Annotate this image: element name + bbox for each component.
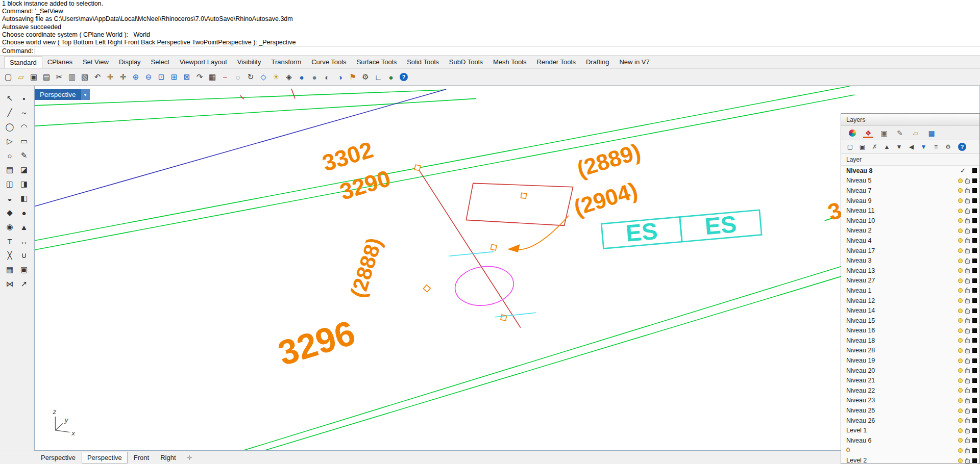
layer-lock-icon[interactable] <box>965 310 970 314</box>
layer-row[interactable]: Niveau 13 <box>841 266 979 276</box>
layer-color-swatch[interactable] <box>972 458 977 463</box>
layer-color-swatch[interactable] <box>972 259 977 263</box>
layer-color-swatch[interactable] <box>972 338 977 343</box>
layer-row[interactable]: Level 1 <box>841 425 979 435</box>
layer-visibility-bulb-icon[interactable] <box>958 178 963 183</box>
layer-lock-icon[interactable] <box>965 210 970 214</box>
layer-row[interactable]: Niveau 1 <box>841 286 979 296</box>
tools-icon[interactable]: ⚙ <box>944 143 952 151</box>
zoom-extents-icon[interactable]: ⊞ <box>168 71 180 83</box>
menu-tab-cplanes[interactable]: CPlanes <box>42 56 78 68</box>
layer-visibility-bulb-icon[interactable] <box>958 268 963 273</box>
pan-icon[interactable]: ✚ <box>104 71 116 83</box>
layer-visibility-bulb-icon[interactable] <box>958 328 963 333</box>
menu-tab-render-tools[interactable]: Render Tools <box>532 56 581 68</box>
set-view-icon[interactable]: ◇ <box>257 71 270 83</box>
viewport-tab-front-2[interactable]: Front <box>129 452 154 463</box>
cylinder-icon[interactable]: ◉ <box>3 220 16 234</box>
lock-icon[interactable]: ◈ <box>283 71 295 83</box>
properties-tab-icon[interactable] <box>849 130 856 137</box>
redo-view-icon[interactable]: ↷ <box>193 71 206 83</box>
annotation-3296[interactable]: 3296 <box>274 313 359 373</box>
layer-lock-icon[interactable] <box>965 429 970 433</box>
layer-lock-icon[interactable] <box>965 189 970 193</box>
paste-icon[interactable]: ▧ <box>79 71 91 83</box>
zoom-window-icon[interactable]: ⊡ <box>155 71 167 83</box>
layer-color-swatch[interactable] <box>972 438 977 443</box>
layer-color-swatch[interactable] <box>972 209 977 213</box>
new-file-icon[interactable]: ▢ <box>2 71 14 83</box>
sphere-icon[interactable]: ● <box>17 206 31 219</box>
select-arrow-icon[interactable]: ↖ <box>3 92 16 105</box>
menu-tab-transform[interactable]: Transform <box>266 56 306 68</box>
menu-tab-drafting[interactable]: Drafting <box>581 56 615 68</box>
block-icon[interactable]: ▣ <box>17 263 31 276</box>
menu-tab-viewport-layout[interactable]: Viewport Layout <box>175 56 232 68</box>
cone-icon[interactable]: ▲ <box>17 220 31 234</box>
arc-icon[interactable]: ◠ <box>17 120 31 134</box>
layer-color-swatch[interactable] <box>972 388 977 393</box>
layer-row[interactable]: Niveau 4 <box>841 236 979 246</box>
zoom-out-icon[interactable]: ⊖ <box>142 71 155 83</box>
layer-row[interactable]: Niveau 19 <box>841 355 979 366</box>
zoom-in-icon[interactable]: ⊕ <box>130 71 142 83</box>
layer-color-swatch[interactable] <box>972 298 977 303</box>
new-layer-icon[interactable]: ▢ <box>846 143 854 151</box>
layer-color-swatch[interactable] <box>972 418 977 423</box>
layer-row[interactable]: Niveau 12 <box>841 296 979 306</box>
layer-row[interactable]: Niveau 27 <box>841 276 979 286</box>
layer-lock-icon[interactable] <box>965 199 970 203</box>
menu-tab-set-view[interactable]: Set View <box>78 56 114 68</box>
layer-visibility-bulb-icon[interactable] <box>958 259 963 263</box>
layer-visibility-bulb-icon[interactable] <box>958 348 963 353</box>
box-icon[interactable]: ◆ <box>3 206 16 219</box>
mirror-icon[interactable]: ⋈ <box>3 277 16 291</box>
layer-lock-icon[interactable] <box>965 299 970 303</box>
display-tab-icon[interactable]: ▣ <box>879 128 889 138</box>
revolve-icon[interactable]: ◒ <box>3 192 16 205</box>
join-icon[interactable]: ∪ <box>17 249 31 262</box>
green-edge-line[interactable] <box>35 90 445 106</box>
menu-tab-new-in-v7[interactable]: New in V7 <box>614 56 654 68</box>
layer-color-swatch[interactable] <box>972 288 977 293</box>
layer-visibility-bulb-icon[interactable] <box>958 248 963 253</box>
menu-tab-mesh-tools[interactable]: Mesh Tools <box>488 56 532 68</box>
extrude-icon[interactable]: ◫ <box>3 177 16 191</box>
array-icon[interactable]: ▦ <box>3 263 16 276</box>
layer-color-swatch[interactable] <box>972 228 977 233</box>
new-sublayer-icon[interactable]: ▣ <box>858 143 867 151</box>
layer-color-swatch[interactable] <box>972 178 977 183</box>
layers-tab-icon[interactable]: ❖ <box>863 128 873 138</box>
layer-row[interactable]: Niveau 3 <box>841 255 979 266</box>
print-icon[interactable]: ▤ <box>40 71 53 83</box>
delete-layer-icon[interactable]: ✗ <box>870 143 879 151</box>
layer-row[interactable]: Niveau 5 <box>841 176 979 186</box>
freeform-curve-icon[interactable]: ～ <box>17 106 31 119</box>
layer-visibility-bulb-icon[interactable] <box>958 318 963 323</box>
menu-tab-surface-tools[interactable]: Surface Tools <box>352 56 402 68</box>
text-icon[interactable]: T <box>3 235 16 248</box>
layer-visibility-bulb-icon[interactable] <box>958 228 963 233</box>
polygon-icon[interactable]: ▷ <box>3 135 16 148</box>
layer-visibility-bulb-icon[interactable] <box>958 368 963 373</box>
expand-icon[interactable]: ◀ <box>907 143 916 151</box>
layer-visibility-bulb-icon[interactable] <box>958 398 963 403</box>
layer-visibility-bulb-icon[interactable] <box>958 308 963 313</box>
layer-row[interactable]: Niveau 2 <box>841 226 979 236</box>
layer-visibility-bulb-icon[interactable] <box>958 278 963 283</box>
layer-row[interactable]: Niveau 8✓ <box>841 166 979 176</box>
circle-icon[interactable]: ◯ <box>3 120 16 134</box>
scale-icon[interactable]: ↗ <box>17 277 31 291</box>
menu-tab-display[interactable]: Display <box>114 56 146 68</box>
layer-color-swatch[interactable] <box>972 198 977 203</box>
sweep-icon[interactable]: ◪ <box>17 163 31 176</box>
move-icon[interactable]: ✛ <box>117 71 129 83</box>
move-up-icon[interactable]: ▲ <box>883 143 891 151</box>
layer-visibility-bulb-icon[interactable] <box>958 388 963 393</box>
viewport-canvas[interactable]: 3302 3290 (2889) (2904) (2888) 3296 3 ES… <box>35 86 979 450</box>
layer-color-swatch[interactable] <box>972 278 977 283</box>
layer-row[interactable]: Niveau 28 <box>841 346 979 356</box>
zoom-selected-icon[interactable]: ⊠ <box>181 71 193 83</box>
layer-lock-icon[interactable] <box>965 289 970 293</box>
layer-row[interactable]: Niveau 22 <box>841 385 979 396</box>
